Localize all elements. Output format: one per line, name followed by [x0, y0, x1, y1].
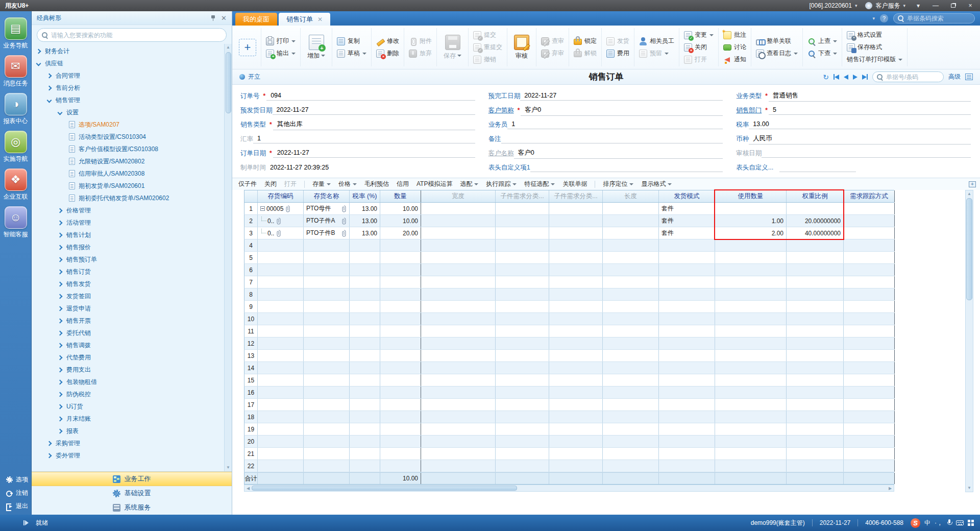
row-number-cell[interactable]: 7: [244, 276, 258, 288]
grid-cell[interactable]: [549, 350, 603, 361]
advanced-link[interactable]: 高级: [948, 73, 961, 81]
grid-cell[interactable]: [715, 301, 787, 312]
grid-cell[interactable]: [496, 387, 549, 398]
toolbar-button[interactable]: 删除: [376, 48, 399, 59]
toolbar-button[interactable]: 解锁: [574, 48, 597, 59]
toolbar-button[interactable]: 关闭: [684, 42, 714, 53]
toolbar-button[interactable]: 上查: [807, 36, 837, 46]
tree-item[interactable]: 销售发货: [32, 278, 232, 290]
toolbar-button[interactable]: 通知: [723, 54, 746, 65]
grid-toolbar-button[interactable]: 关闭: [264, 180, 277, 188]
tree-item[interactable]: 销售计划: [32, 229, 232, 241]
toolbar-button[interactable]: 保存: [442, 35, 463, 60]
grid-cell[interactable]: [549, 215, 603, 227]
grid-cell[interactable]: [603, 252, 659, 263]
grid-cell[interactable]: [659, 276, 715, 288]
grid-cell[interactable]: [496, 301, 549, 312]
grid-cell[interactable]: [549, 448, 603, 460]
grid-cell[interactable]: [549, 288, 603, 300]
field-value[interactable]: 1: [253, 134, 475, 143]
grid-cell[interactable]: [350, 460, 380, 472]
field-value[interactable]: 客户0: [514, 148, 723, 159]
tree-item[interactable]: 发货签回: [32, 290, 232, 302]
toolbar-button[interactable]: 相关员工: [639, 36, 674, 46]
tree-search-input[interactable]: [51, 32, 222, 39]
grid-hscrollbar[interactable]: ◀▶: [244, 485, 894, 492]
close-button[interactable]: ×: [966, 2, 975, 9]
grid-cell[interactable]: 10.00: [380, 203, 421, 214]
column-header[interactable]: 存货编码: [258, 190, 304, 202]
tree-item[interactable]: 退货申请: [32, 302, 232, 315]
field-label[interactable]: 客户简称: [488, 106, 514, 115]
grid-cell[interactable]: [787, 301, 844, 312]
grid-cell[interactable]: [380, 337, 421, 349]
grid-cell[interactable]: [787, 203, 844, 214]
grid-cell[interactable]: [421, 460, 496, 472]
grid-cell[interactable]: 20.00000000: [787, 215, 844, 227]
grid-cell[interactable]: [659, 436, 715, 447]
tree-item[interactable]: 售前分析: [32, 82, 232, 94]
grid-cell[interactable]: [350, 374, 380, 386]
grid-cell[interactable]: [787, 313, 844, 325]
field-value[interactable]: [501, 135, 723, 143]
row-number-cell[interactable]: 2: [244, 215, 258, 227]
grid-cell[interactable]: [603, 203, 659, 214]
grid-cell[interactable]: [350, 252, 380, 263]
grid-cell[interactable]: [715, 460, 787, 472]
grid-cell[interactable]: [715, 362, 787, 374]
grid-cell[interactable]: [304, 387, 350, 398]
tree-item[interactable]: 设置: [32, 106, 232, 118]
grid-cell[interactable]: [421, 374, 496, 386]
grid-cell[interactable]: [659, 313, 715, 325]
grid-cell[interactable]: 20.00: [380, 227, 421, 239]
grid-vscrollbar[interactable]: ▲ ▼: [965, 190, 973, 492]
grid-toolbar-button[interactable]: 排序定位: [603, 180, 633, 188]
toolbar-button[interactable]: 整单关联: [756, 36, 798, 46]
grid-cell[interactable]: [421, 301, 496, 312]
grid-cell[interactable]: [258, 436, 304, 447]
grid-cell[interactable]: [496, 337, 549, 349]
column-header[interactable]: 子件需求分类...: [496, 190, 549, 202]
grid-cell[interactable]: [715, 436, 787, 447]
grid-cell[interactable]: [659, 411, 715, 423]
tree-item[interactable]: 选项/SAM0207: [32, 118, 232, 131]
grid-cell[interactable]: [258, 264, 304, 276]
grid-cell[interactable]: [304, 276, 350, 288]
grid-cell[interactable]: [258, 252, 304, 263]
grid-cell[interactable]: [421, 337, 496, 349]
column-header[interactable]: 税率 (%): [350, 190, 380, 202]
grid-cell[interactable]: [421, 264, 496, 276]
grid-cell[interactable]: [496, 436, 549, 447]
grid-cell[interactable]: [549, 337, 603, 349]
grid-toolbar-button[interactable]: 打开: [284, 180, 297, 188]
tree-item[interactable]: 销售报价: [32, 241, 232, 253]
grid-cell[interactable]: [549, 301, 603, 312]
ime-chinese-icon[interactable]: 中: [924, 519, 930, 527]
grid-cell[interactable]: [603, 301, 659, 312]
grid-cell[interactable]: [304, 436, 350, 447]
grid-cell[interactable]: [380, 350, 421, 361]
grid-cell[interactable]: [715, 448, 787, 460]
field-value[interactable]: [762, 149, 971, 158]
grid-cell[interactable]: [496, 313, 549, 325]
grid-cell[interactable]: [715, 325, 787, 337]
grid-cell[interactable]: [258, 325, 304, 337]
row-number-cell[interactable]: 9: [244, 301, 258, 312]
account-selector[interactable]: [006].20220601 ▾: [810, 2, 857, 9]
grid-cell[interactable]: [380, 313, 421, 325]
row-number-cell[interactable]: 12: [244, 337, 258, 349]
grid-cell[interactable]: [380, 276, 421, 288]
grid-cell[interactable]: [258, 374, 304, 386]
grid-cell[interactable]: [844, 276, 895, 288]
grid-toolbar-button[interactable]: 价格: [338, 180, 357, 188]
tree-item[interactable]: 价格管理: [32, 204, 232, 216]
grid-cell[interactable]: [421, 252, 496, 263]
field-value[interactable]: 5: [769, 106, 971, 115]
row-number-cell[interactable]: 18: [244, 411, 258, 423]
grid-cell[interactable]: [496, 423, 549, 435]
first-record-icon[interactable]: [834, 74, 839, 80]
grid-cell[interactable]: [715, 374, 787, 386]
grid-cell[interactable]: [304, 252, 350, 263]
grid-cell[interactable]: [549, 399, 603, 411]
grid-cell[interactable]: [350, 350, 380, 361]
